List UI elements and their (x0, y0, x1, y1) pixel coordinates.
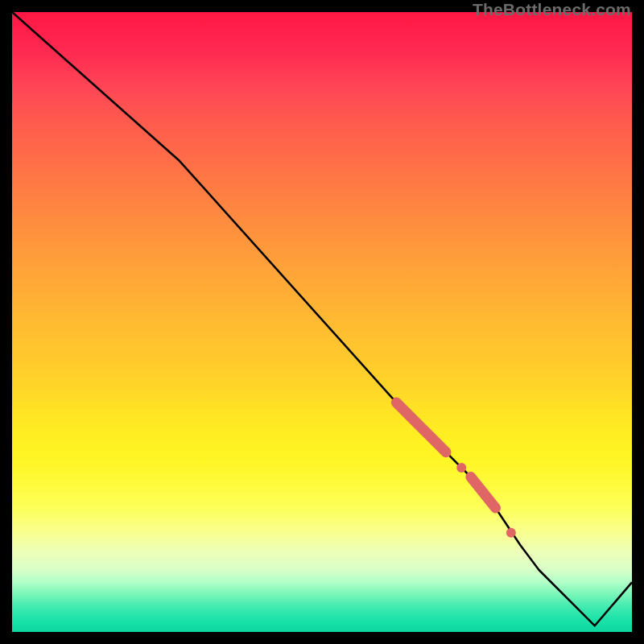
gradient-plot-area (12, 12, 632, 632)
watermark-text: TheBottleneck.com (473, 0, 631, 19)
chart-container: TheBottleneck.com (0, 0, 644, 644)
